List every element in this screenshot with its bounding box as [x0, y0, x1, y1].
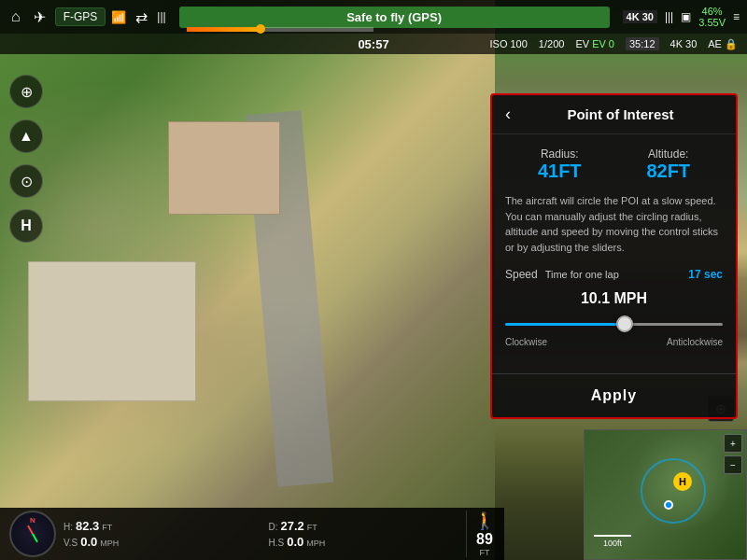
telemetry-grid: H: 82.3 FT D: 27.2 FT V.S 0.0 MPH H.S 0.…	[63, 519, 458, 549]
vspeed-label: V.S	[63, 538, 78, 548]
hd-label: 4K 30	[623, 10, 657, 23]
speed-label: Speed	[505, 268, 538, 281]
vspeed-value: 0.0	[80, 535, 97, 549]
mini-map-overlay: H 100ft + −	[585, 430, 746, 559]
time-for-lap-label: Time for one lap	[545, 269, 682, 280]
battery-percent: 46%	[702, 6, 723, 17]
ae-display: AE 🔒	[708, 38, 738, 50]
video-mode-display: 4K 30	[670, 38, 698, 49]
poi-header: ‹ Point of Interest	[492, 95, 736, 134]
shutter-display: 1/200	[539, 38, 565, 49]
gps-mode-label: F-GPS	[63, 10, 98, 23]
scale-label: 100ft	[603, 539, 622, 548]
poi-panel: ‹ Point of Interest Radius: 41FT Altitud…	[490, 93, 738, 419]
ev-display: EV EV 0	[575, 38, 614, 49]
altitude-label: Altitude:	[646, 147, 690, 161]
distance-display: D: 27.2 FT	[269, 519, 459, 533]
target-altitude-unit: FT	[480, 548, 490, 557]
gimbal-icon[interactable]: ⊙	[9, 164, 43, 198]
slider-track	[505, 323, 723, 326]
compass-north: N	[30, 516, 35, 525]
height-value: 82.3	[76, 519, 99, 533]
scale-line	[594, 535, 631, 537]
hd-signal: |||	[665, 10, 673, 23]
person-icon: 🚶	[474, 511, 495, 531]
iso-display: ISO 100	[490, 38, 528, 49]
poi-speed-section: Speed Time for one lap 17 sec	[505, 268, 723, 281]
speed-row: Speed Time for one lap 17 sec	[505, 268, 723, 281]
poi-circle-path	[641, 458, 706, 524]
slider-thumb[interactable]	[616, 315, 633, 332]
signal-icon: 📶	[111, 10, 126, 24]
distance-label: D:	[269, 522, 278, 532]
speed-slider-container[interactable]	[505, 315, 723, 333]
poi-back-button[interactable]: ‹	[505, 105, 511, 124]
battery-display: 46% 3.55V	[698, 6, 726, 28]
hspeed-unit: MPH	[306, 539, 325, 548]
height-display: H: 82.3 FT	[63, 519, 254, 533]
gps-mode-display[interactable]: F-GPS	[55, 7, 106, 26]
home-marker: H	[673, 472, 692, 491]
link-signal: |||	[157, 10, 165, 23]
menu-icon[interactable]: ≡	[733, 10, 740, 23]
poi-description: The aircraft will circle the POI at a sl…	[505, 193, 723, 255]
left-icons: ⊕ ▲ ⊙ H	[9, 75, 43, 243]
home-icon[interactable]: ⌂	[7, 8, 24, 25]
timeline-progress	[187, 27, 261, 32]
height-label: H:	[63, 522, 73, 532]
slider-labels: Clockwise Anticlockwise	[505, 337, 723, 347]
person-altitude-display: 🚶 89 FT	[466, 511, 495, 557]
altitude-value: 82FT	[646, 161, 690, 182]
timer-bar: 05:57 ISO 100 1/200 EV EV 0 35:12 4K 30 …	[0, 34, 747, 54]
hspeed-label: H.S	[269, 538, 285, 548]
distance-value: 27.2	[281, 519, 304, 533]
record-icon: ▣	[681, 10, 691, 23]
timeline-bar	[187, 27, 374, 32]
distance-unit: FT	[307, 523, 317, 532]
drone-icon: ✈	[30, 8, 49, 26]
safe-to-fly-banner: Safe to fly (GPS)	[179, 7, 610, 28]
vspeed-display: V.S 0.0 MPH	[63, 535, 254, 549]
compass-arrow	[27, 525, 38, 542]
minimap-zoom-out[interactable]: −	[724, 455, 742, 474]
resolution-display: 35:12	[626, 37, 659, 50]
hspeed-value: 0.0	[287, 535, 303, 549]
vspeed-unit: MPH	[100, 539, 119, 548]
top-bar: ⌂ ✈ F-GPS 📶 ⇄ ||| Safe to fly (GPS) 4K 3…	[0, 0, 747, 34]
minimap-zoom-in[interactable]: +	[724, 434, 742, 453]
nav-icon[interactable]: ▲	[9, 119, 43, 153]
takeoff-icon[interactable]: ⊕	[9, 75, 43, 108]
ev-value: EV 0	[592, 38, 614, 49]
anticlockwise-label: Anticlockwise	[667, 337, 723, 347]
flight-timer: 05:57	[358, 37, 388, 51]
radius-metric: Radius: 41FT	[538, 147, 582, 182]
house2	[28, 261, 196, 401]
poi-metrics-row: Radius: 41FT Altitude: 82FT	[505, 147, 723, 182]
speed-value-display: 10.1 MPH	[505, 290, 723, 307]
lap-time-value: 17 sec	[688, 268, 723, 281]
hspeed-display: H.S 0.0 MPH	[269, 535, 459, 549]
bottom-bar: N H: 82.3 FT D: 27.2 FT V.S 0.0 MPH H.S …	[0, 508, 504, 560]
compass: N	[9, 511, 56, 557]
timeline-dot	[256, 24, 265, 34]
link-icon: ⇄	[132, 8, 151, 26]
target-altitude-value: 89	[476, 531, 493, 548]
radius-label: Radius:	[538, 147, 582, 161]
house1	[168, 121, 280, 215]
home-point-icon[interactable]: H	[9, 209, 43, 243]
camera-settings: ISO 100 1/200 EV EV 0 35:12 4K 30 AE 🔒	[490, 37, 739, 50]
poi-body: Radius: 41FT Altitude: 82FT The aircraft…	[492, 134, 736, 373]
apply-button[interactable]: Apply	[492, 373, 736, 417]
height-unit: FT	[102, 523, 112, 532]
scale-bar: 100ft	[594, 535, 631, 548]
clockwise-label: Clockwise	[505, 337, 547, 347]
drone-marker	[664, 500, 673, 510]
mini-map: H 100ft + −	[584, 429, 747, 560]
altitude-metric: Altitude: 82FT	[646, 147, 690, 182]
poi-title: Point of Interest	[518, 106, 723, 122]
top-right-icons: 4K 30 ||| ▣ 46% 3.55V ≡	[623, 6, 740, 28]
minimap-right-controls: + −	[724, 434, 742, 474]
battery-voltage: 3.55V	[698, 17, 726, 28]
radius-value: 41FT	[538, 161, 582, 182]
